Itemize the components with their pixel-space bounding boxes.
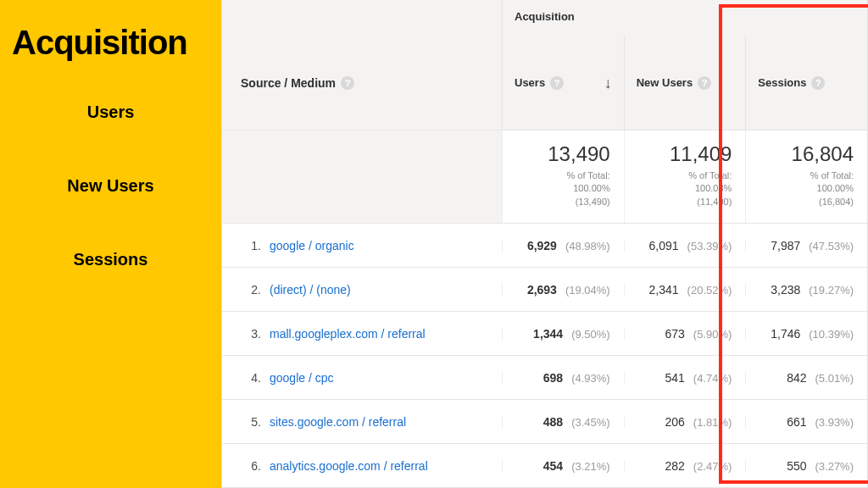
help-icon[interactable]: ? [341,76,354,90]
analytics-table: Acquisition Source / Medium ? Users ? ↓ … [221,0,868,488]
cell-users: 1,344(9.50%) [502,327,624,341]
totals-row: 13,490 % of Total: 100.00% (13,490) 11,4… [222,130,867,224]
source-medium-link[interactable]: sites.google.com / referral [270,415,406,429]
total-new-users-value: 11,409 [625,142,732,166]
column-header-sessions[interactable]: Sessions ? [745,36,867,130]
cell-users: 2,693(19.04%) [502,283,624,297]
cell-sessions: 1,746(10.39%) [745,327,867,341]
total-sessions-value: 16,804 [746,142,854,166]
cell-new-users: 282(2.47%) [624,459,746,473]
total-new-users: 11,409 % of Total: 100.08% (11,400) [624,130,746,223]
left-panel-title: Acquisition [12,24,209,62]
help-icon[interactable]: ? [550,76,564,90]
table-row: 3.mall.googleplex.com / referral1,344(9.… [222,312,867,356]
total-sessions: 16,804 % of Total: 100.00% (16,804) [745,130,867,223]
cell-users: 6,929(48.98%) [502,239,624,252]
left-item-users: Users [12,103,209,122]
cell-sessions: 7,987(47.53%) [745,239,867,252]
left-panel: Acquisition Users New Users Sessions [0,0,221,488]
source-medium-link[interactable]: analytics.google.com / referral [270,459,428,473]
column-header-users[interactable]: Users ? ↓ [502,36,624,130]
row-number: 2. [241,283,261,297]
table-row: 6.analytics.google.com / referral454(3.2… [222,444,867,488]
cell-sessions: 3,238(19.27%) [745,283,867,297]
row-number: 1. [241,239,261,252]
cell-users: 488(3.45%) [502,415,624,429]
table-row: 4.google / cpc698(4.93%)541(4.74%)842(5.… [222,356,867,400]
cell-users: 454(3.21%) [502,459,624,473]
left-item-sessions: Sessions [12,250,209,269]
left-item-new-users: New Users [12,176,209,196]
cell-new-users: 206(1.81%) [624,415,746,429]
cell-sessions: 550(3.27%) [745,459,867,473]
row-number: 6. [241,459,261,473]
total-users-value: 13,490 [503,142,610,166]
sort-desc-icon[interactable]: ↓ [604,75,612,92]
source-medium-link[interactable]: mall.googleplex.com / referral [270,327,426,341]
column-group-acquisition: Acquisition [502,0,867,36]
row-number: 4. [241,371,261,385]
cell-sessions: 842(5.01%) [745,371,867,385]
column-header-label: Sessions [758,76,806,89]
cell-users: 698(4.93%) [502,371,624,385]
cell-new-users: 2,341(20.52%) [624,283,746,297]
source-medium-link[interactable]: google / cpc [270,371,334,385]
column-header-label: New Users [637,76,693,89]
help-icon[interactable]: ? [698,76,711,90]
help-icon[interactable]: ? [811,76,825,90]
column-header-label: Source / Medium [241,76,336,90]
cell-new-users: 541(4.74%) [624,371,746,385]
cell-sessions: 661(3.93%) [745,415,867,429]
column-header-source-medium[interactable]: Source / Medium ? [222,36,502,130]
total-users: 13,490 % of Total: 100.00% (13,490) [502,130,624,223]
column-header-new-users[interactable]: New Users ? [624,36,746,130]
table-row: 1.google / organic6,929(48.98%)6,091(53.… [222,224,867,268]
source-medium-link[interactable]: google / organic [270,239,354,252]
cell-new-users: 6,091(53.39%) [624,239,746,252]
table-row: 2.(direct) / (none)2,693(19.04%)2,341(20… [222,268,867,312]
row-number: 5. [241,415,261,429]
table-row: 5.sites.google.com / referral488(3.45%)2… [222,400,867,444]
source-medium-link[interactable]: (direct) / (none) [270,283,351,297]
column-header-label: Users [515,76,545,89]
row-number: 3. [241,327,261,341]
cell-new-users: 673(5.90%) [624,327,746,341]
